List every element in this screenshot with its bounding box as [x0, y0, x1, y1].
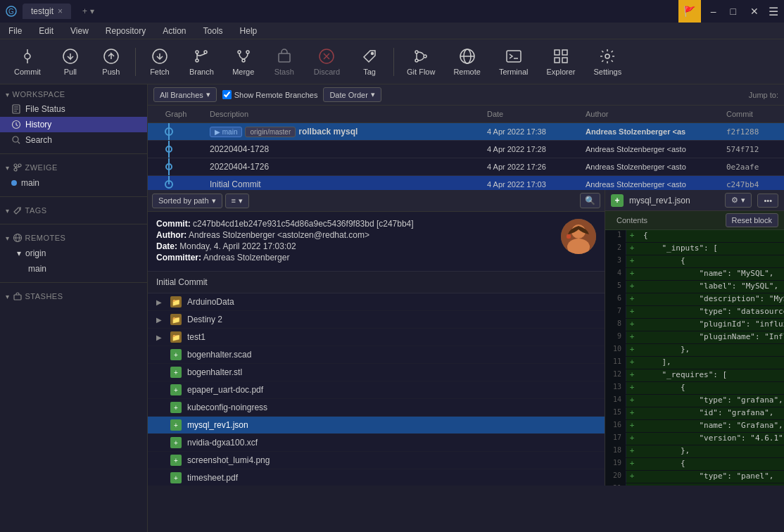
graph-svg-4 — [155, 176, 197, 190]
flag-button[interactable]: 🚩 — [678, 0, 701, 23]
branches-header[interactable]: ▾ ZWEIGE — [0, 160, 147, 175]
sidebar-item-history[interactable]: History — [0, 117, 147, 132]
tab-close-button[interactable]: × — [58, 6, 63, 16]
search-button[interactable]: 🔍 — [580, 193, 600, 208]
branches-label: ZWEIGE — [25, 163, 58, 172]
history-icon — [11, 120, 21, 129]
file-icon: + — [170, 384, 182, 395]
main-layout: ▾ WORKSPACE File Status History Search ▾… — [0, 84, 784, 532]
sidebar-item-origin-main[interactable]: main — [0, 261, 147, 277]
remote-button[interactable]: Remote — [445, 44, 489, 80]
toolbar-separator-2 — [393, 48, 394, 76]
list-item[interactable]: ▶ 📁 test1 — [148, 329, 605, 346]
history-row[interactable]: ▶ main origin/master rollback mysql 4 Ap… — [148, 123, 784, 141]
branch-button[interactable]: Branch — [181, 44, 222, 80]
list-view-button[interactable]: ≡ ▾ — [225, 194, 249, 208]
list-item[interactable]: + bogenhalter.scad — [148, 346, 605, 364]
menu-edit[interactable]: Edit — [36, 25, 56, 37]
close-button[interactable]: ✕ — [746, 6, 763, 17]
desc-cell-3: 20220404-1726 — [204, 159, 481, 175]
show-remote-checkbox-label[interactable]: Show Remote Branches — [222, 90, 318, 99]
hamburger-menu[interactable]: ☰ — [769, 5, 778, 18]
reset-block-button[interactable]: Reset block — [726, 213, 778, 227]
author-cell-4: Andreas Stolzenberger <asto — [580, 177, 721, 190]
list-item[interactable]: + screenshot_lumi4.png — [148, 452, 605, 469]
graph-cell-4 — [148, 176, 204, 190]
svg-point-22 — [372, 52, 374, 54]
svg-point-44 — [14, 164, 17, 167]
branch-badge-main: ▶ main — [210, 127, 242, 137]
list-item[interactable]: + mysql_rev1.json — [148, 417, 605, 434]
menu-view[interactable]: View — [68, 25, 91, 37]
workspace-header[interactable]: ▾ WORKSPACE — [0, 87, 147, 101]
right-panel-header: + mysql_rev1.json ⚙ ▾ ••• — [605, 190, 784, 211]
explorer-button[interactable]: Explorer — [538, 44, 584, 80]
list-item[interactable]: ▶ 📁 Destiny 2 — [148, 311, 605, 329]
diff-settings-button[interactable]: ⚙ ▾ — [725, 193, 752, 208]
menu-file[interactable]: File — [6, 25, 25, 37]
menu-help[interactable]: Help — [237, 25, 260, 37]
sidebar-item-main[interactable]: main — [0, 175, 147, 191]
history-row[interactable]: 20220404-1726 4 Apr 2022 17:26 Andreas S… — [148, 158, 784, 176]
svg-rect-18 — [279, 53, 290, 62]
sidebar-item-origin[interactable]: ▾ origin — [0, 246, 147, 261]
list-item[interactable]: + timesheet.pdf — [148, 469, 605, 486]
stashes-header[interactable]: ▾ STASHES — [0, 289, 147, 304]
file-name: kubeconfig-noingress — [187, 403, 267, 412]
fetch-button[interactable]: Fetch — [140, 44, 179, 80]
svg-rect-33 — [562, 50, 567, 55]
file-status-label: File Status — [25, 104, 65, 114]
more-button[interactable]: ••• — [757, 194, 778, 208]
tags-header[interactable]: ▾ TAGS — [0, 203, 147, 218]
svg-point-2 — [25, 53, 30, 59]
commit-cell-2: 574f712 — [721, 142, 784, 157]
author-cell-3: Andreas Stolzenberger <asto — [580, 160, 721, 174]
stash-button[interactable]: Stash — [265, 44, 304, 80]
diff-line: 6 + "description": "MySQL Data Source", — [605, 293, 784, 306]
list-icon: ≡ — [232, 196, 236, 205]
sort-by-path-button[interactable]: Sorted by path ▾ — [152, 194, 222, 208]
diff-line: 17 + "version": "4.6.1" — [605, 433, 784, 445]
diff-line: 7 + "type": "datasource", — [605, 306, 784, 319]
pull-button[interactable]: Pull — [51, 44, 90, 80]
menu-action[interactable]: Action — [160, 25, 189, 37]
commit-button[interactable]: Commit — [6, 44, 49, 80]
push-button[interactable]: Push — [91, 44, 131, 80]
active-tab[interactable]: testgit × — [23, 4, 71, 19]
gitflow-button[interactable]: Git Flow — [398, 44, 443, 80]
date-cell-3: 4 Apr 2022 17:26 — [481, 160, 580, 174]
file-add-icon: + — [611, 194, 624, 207]
list-item[interactable]: + kubeconfig-noingress — [148, 399, 605, 417]
all-branches-button[interactable]: All Branches ▾ — [153, 87, 217, 102]
diff-content: 1 + { 2 + "_inputs": [ 3 + { — [605, 230, 784, 486]
stashes-chevron: ▾ — [6, 293, 10, 300]
list-item[interactable]: + nvidia-dgxa100.xcf — [148, 434, 605, 452]
discard-button[interactable]: Discard — [305, 44, 348, 80]
list-item[interactable]: ▶ 📁 ArduinoData — [148, 293, 605, 311]
commit-header: Commit — [721, 107, 784, 121]
minimize-button[interactable]: – — [707, 6, 721, 17]
titlebar-left: G testgit × + ▾ — [6, 4, 100, 19]
desc-cell-4: Initial Commit — [204, 177, 481, 190]
more-icon: ••• — [764, 196, 772, 205]
menu-tools[interactable]: Tools — [201, 25, 226, 37]
remotes-header[interactable]: ▾ REMOTES — [0, 230, 147, 246]
diff-line: 14 + "type": "grafana", — [605, 395, 784, 407]
merge-button[interactable]: Merge — [224, 44, 263, 80]
tag-button[interactable]: Tag — [350, 44, 389, 80]
sidebar-item-search[interactable]: Search — [0, 132, 147, 148]
sidebar-item-file-status[interactable]: File Status — [0, 101, 147, 117]
terminal-button[interactable]: Terminal — [491, 44, 537, 80]
menu-repository[interactable]: Repository — [103, 25, 148, 37]
settings-button[interactable]: Settings — [585, 44, 630, 80]
history-row[interactable]: 20220404-1728 4 Apr 2022 17:28 Andreas S… — [148, 141, 784, 158]
graph-svg-1 — [155, 123, 197, 140]
history-row[interactable]: Initial Commit 4 Apr 2022 17:03 Andreas … — [148, 176, 784, 190]
diff-line: 19 + { — [605, 458, 784, 471]
list-item[interactable]: + epaper_uart-doc.pdf — [148, 381, 605, 399]
show-remote-checkbox[interactable] — [222, 90, 232, 99]
maximize-button[interactable]: □ — [726, 6, 740, 17]
list-item[interactable]: + bogenhalter.stl — [148, 364, 605, 381]
new-tab-button[interactable]: + ▾ — [77, 6, 100, 16]
date-order-button[interactable]: Date Order ▾ — [323, 87, 381, 102]
